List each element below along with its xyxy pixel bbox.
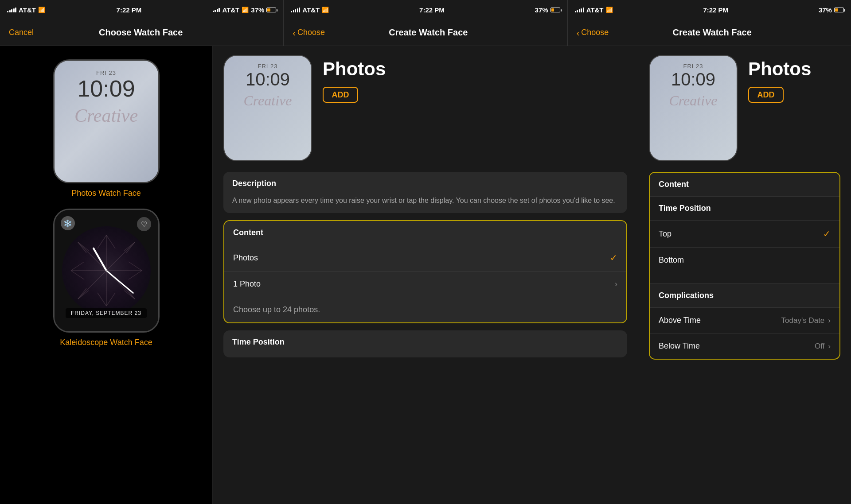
above-time-value: Today's Date › [781, 316, 831, 325]
panel3-watch-preview: FRI 23 10:09 Creative [649, 55, 738, 161]
status-right-1: AT&T 📶 37% [213, 6, 276, 14]
nav-bars: Cancel Choose Watch Face ‹ Choose Create… [0, 19, 851, 46]
kaleido-date: FRIDAY, SEPTEMBER 23 [66, 308, 147, 318]
content-row-photos[interactable]: Photos ✓ [224, 244, 626, 271]
content-header: Content [224, 221, 626, 244]
p3-date: FRI 23 [683, 63, 703, 70]
hour-hand [92, 247, 107, 271]
above-time-value-text: Today's Date [781, 316, 825, 325]
photos-preview-date: FRI 23 [96, 70, 116, 76]
dropdown-top-row[interactable]: Top ✓ [650, 220, 839, 247]
kaleido-preview-content: ❄️ ♡ [55, 210, 158, 331]
above-time-label: Above Time [659, 316, 701, 325]
one-photo-label: 1 Photo [233, 279, 261, 289]
signal-icon-r1 [213, 8, 220, 12]
battery-text-3: 37% [819, 6, 832, 14]
status-bars: AT&T 📶 7:22 PM AT&T 📶 37% [0, 0, 851, 19]
face-title-section-p3: Photos ADD [748, 55, 811, 103]
kaleidoscope-watch-face-card[interactable]: ❄️ ♡ [9, 209, 203, 347]
face-title-p3: Photos [748, 58, 811, 80]
carrier-2: AT&T [302, 6, 320, 14]
status-left-2: AT&T 📶 [291, 6, 329, 14]
watch-face-header-p3: FRI 23 10:09 Creative Photos ADD [649, 55, 840, 161]
dropdown-content-header: Content [650, 173, 839, 196]
clock-hands [62, 226, 151, 315]
below-time-value: Off › [815, 342, 831, 351]
wifi-icon-2: 📶 [322, 7, 329, 13]
time-3: 7:22 PM [703, 6, 728, 14]
cancel-button[interactable]: Cancel [9, 28, 34, 37]
nav-title-2: Create Watch Face [389, 27, 468, 38]
dropdown-bottom-row[interactable]: Bottom [650, 247, 839, 273]
panel-choose-watch-face: FRI 23 10:09 Creative Photos Watch Face … [0, 46, 213, 504]
back-label-3: Choose [581, 28, 609, 37]
minute-hand [106, 270, 134, 294]
bottom-label: Bottom [659, 256, 684, 265]
kaleidoscope-watch-preview: ❄️ ♡ [53, 209, 160, 333]
back-label-2: Choose [297, 28, 325, 37]
content-section: Content Photos ✓ 1 Photo › Choose up to … [223, 220, 627, 323]
battery-icon-1 [266, 8, 276, 12]
time-2: 7:22 PM [419, 6, 445, 14]
dropdown-complications-header: Complications [650, 283, 839, 307]
description-text: A new photo appears every time you raise… [223, 195, 627, 213]
below-time-label: Below Time [659, 341, 700, 351]
top-checkmark: ✓ [823, 229, 831, 239]
battery-text-2: 37% [535, 6, 548, 14]
kaleido-dial [62, 226, 151, 315]
nav-bar-2: ‹ Choose Create Watch Face [284, 19, 567, 46]
wifi-icon-3: 📶 [606, 7, 613, 13]
status-bar-3: AT&T 📶 7:22 PM 37% [568, 0, 851, 19]
add-button-p3[interactable]: ADD [748, 87, 784, 103]
panel-settings: FRI 23 10:09 Creative Photos ADD Content… [638, 46, 851, 504]
wifi-icon-1: 📶 [38, 7, 45, 13]
top-label: Top [659, 229, 671, 239]
panel-create-watch-face: FRI 23 10:09 Creative Photos ADD Descrip… [213, 46, 638, 504]
carrier-1: AT&T [19, 6, 36, 14]
dropdown-panel: Content Time Position Top ✓ Bottom Compl… [649, 172, 840, 360]
content-row-1photo[interactable]: 1 Photo › [224, 271, 626, 297]
carrier-r1: AT&T [222, 6, 239, 14]
dropdown-above-time-row[interactable]: Above Time Today's Date › [650, 307, 839, 333]
kaleidoscope-watch-face-label: Kaleidoscope Watch Face [9, 338, 203, 347]
time-1: 7:22 PM [117, 6, 142, 14]
photos-watch-face-card[interactable]: FRI 23 10:09 Creative Photos Watch Face [9, 59, 203, 198]
signal-icon-2 [291, 8, 300, 12]
status-right-3: 37% [819, 6, 844, 14]
photos-preview-time: 10:09 [77, 77, 135, 100]
chevron-left-icon-2: ‹ [293, 28, 296, 37]
dropdown-spacer [650, 273, 839, 283]
p2-time: 10:09 [246, 70, 290, 88]
nav-bar-3: ‹ Choose Create Watch Face [568, 19, 851, 46]
p2-script: Creative [244, 93, 292, 109]
status-bar-1: AT&T 📶 7:22 PM AT&T 📶 37% [0, 0, 284, 19]
dropdown-below-time-row[interactable]: Below Time Off › [650, 333, 839, 359]
description-card: Description A new photo appears every ti… [223, 172, 627, 213]
photos-checkmark: ✓ [610, 252, 617, 263]
one-photo-chevron: › [615, 279, 617, 289]
below-time-value-text: Off [815, 342, 824, 351]
battery-icon-2 [550, 8, 560, 12]
status-left-1: AT&T 📶 [7, 6, 45, 14]
photos-hint-label: Choose up to 24 photos. [233, 305, 320, 314]
status-bar-2: AT&T 📶 7:22 PM 37% [284, 0, 567, 19]
back-button-3[interactable]: ‹ Choose [577, 28, 609, 37]
back-button-2[interactable]: ‹ Choose [293, 28, 325, 37]
face-title: Photos [323, 58, 386, 80]
status-left-3: AT&T 📶 [575, 6, 613, 14]
p3-script: Creative [669, 93, 718, 109]
battery-text-1: 37% [251, 6, 264, 14]
photos-preview-content: FRI 23 10:09 Creative [55, 61, 158, 182]
nav-bar-1: Cancel Choose Watch Face [0, 19, 284, 46]
p3-time: 10:09 [671, 70, 715, 88]
battery-icon-3 [834, 8, 844, 12]
signal-icon-3 [575, 8, 584, 12]
dropdown-time-position-header: Time Position [650, 196, 839, 220]
wifi-icon-r1: 📶 [242, 7, 249, 13]
watch-face-header: FRI 23 10:09 Creative Photos ADD [223, 55, 627, 161]
face-title-section: Photos ADD [323, 55, 386, 103]
add-button-p2[interactable]: ADD [323, 87, 358, 103]
status-right-2: 37% [535, 6, 560, 14]
panel2-watch-preview: FRI 23 10:09 Creative [223, 55, 312, 161]
chevron-left-icon-3: ‹ [577, 28, 580, 37]
